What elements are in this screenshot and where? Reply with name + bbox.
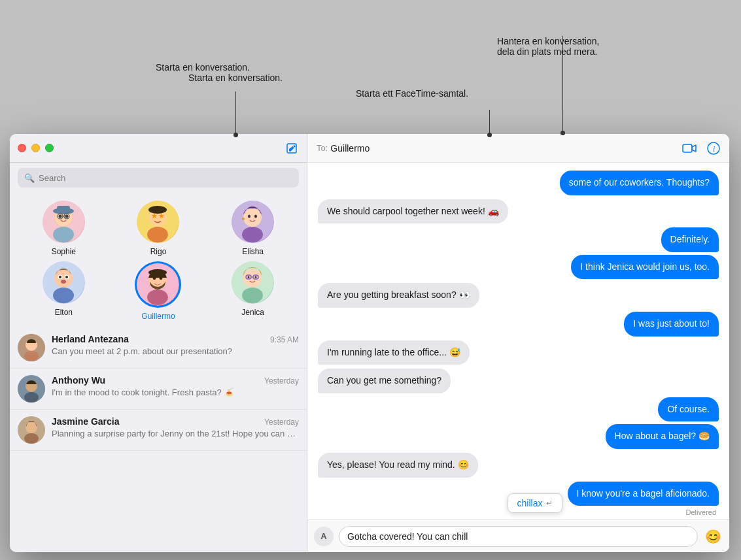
message-8: Can you get me something? — [318, 369, 719, 393]
traffic-lights — [18, 144, 54, 152]
bubble-10: How about a bagel? 🥯 — [606, 424, 719, 449]
svg-rect-55 — [683, 144, 692, 152]
svg-point-21 — [254, 215, 257, 218]
avatar-herland — [18, 334, 45, 361]
contact-pin-elisha[interactable]: Elisha — [224, 201, 283, 256]
contact-pin-guillermo[interactable]: Guillermo — [129, 261, 188, 321]
svg-point-28 — [59, 276, 61, 278]
contact-pin-rigo[interactable]: ★ ★ Rigo — [129, 201, 188, 256]
conv-preview-jasmine: Planning a surprise party for Jenny on t… — [52, 428, 299, 440]
bubble-9: Of course. — [658, 397, 719, 422]
svg-point-19 — [243, 208, 262, 227]
conversation-item-anthony[interactable]: Anthony Wu Yesterday I'm in the mood to … — [10, 369, 307, 410]
search-input[interactable] — [39, 173, 292, 183]
bubble-6: I was just about to! — [624, 312, 719, 337]
svg-point-6 — [58, 215, 61, 218]
avatar-guillermo — [137, 263, 179, 306]
conv-time-anthony: Yesterday — [264, 376, 299, 386]
contact-pin-elisha-name: Elisha — [242, 247, 264, 256]
message-3: Definitely. — [318, 227, 719, 252]
svg-point-11 — [53, 227, 74, 242]
titlebar — [10, 134, 307, 163]
emoji-button[interactable]: 😊 — [703, 527, 723, 546]
svg-point-7 — [65, 215, 68, 218]
svg-point-31 — [53, 288, 74, 303]
bubble-5: Are you getting breakfast soon? 👀 — [318, 283, 479, 308]
facetime-button[interactable] — [682, 143, 697, 154]
conversation-item-jasmine[interactable]: Jasmine Garcia Yesterday Planning a surp… — [10, 410, 307, 451]
contact-pin-guillermo-name: Guillermo — [141, 312, 175, 321]
message-10: How about a bagel? 🥯 — [318, 424, 719, 449]
svg-point-54 — [24, 433, 39, 444]
conv-time-herland: 9:35 AM — [270, 335, 299, 344]
conversation-list: Herland Antezana 9:35 AM Can you meet at… — [10, 327, 307, 552]
annotation-compose: Starta en konversation. — [183, 72, 288, 85]
sidebar: 🔍 — [10, 134, 307, 552]
conv-name-anthony: Anthony Wu — [52, 375, 105, 386]
info-button[interactable]: i — [707, 142, 720, 155]
svg-rect-5 — [57, 206, 70, 212]
contact-pin-jenica[interactable]: Jenica — [224, 261, 283, 321]
avatar-sophie — [43, 201, 85, 243]
contact-pin-jenica-name: Jenica — [241, 308, 264, 317]
search-icon: 🔍 — [24, 173, 35, 183]
svg-point-44 — [255, 276, 257, 278]
conv-name-jasmine: Jasmine Garcia — [52, 416, 120, 427]
message-2: We should carpool together next week! 🚗 — [318, 199, 719, 224]
conv-preview-herland: Can you meet at 2 p.m. about our present… — [52, 346, 299, 357]
conversation-item-herland[interactable]: Herland Antezana 9:35 AM Can you meet at… — [10, 327, 307, 369]
svg-point-22 — [242, 218, 245, 220]
svg-point-48 — [24, 351, 39, 361]
avatar-rigo: ★ ★ — [137, 201, 179, 243]
contact-pin-elton-name: Elton — [55, 308, 73, 317]
search-bar[interactable]: 🔍 — [18, 168, 299, 188]
message-11: Yes, please! You read my mind. 😊 — [318, 453, 719, 478]
delivered-label: Delivered — [686, 508, 719, 516]
input-bar: A chillax ↵ 😊 — [307, 519, 729, 552]
annotation-facetime-line — [489, 110, 490, 134]
conv-name-herland: Herland Antezana — [52, 334, 129, 344]
autocorrect-suggestion: chillax — [517, 498, 543, 508]
annotation-manage-dot — [560, 131, 565, 135]
messages-area: some of our coworkers. Thoughts? We shou… — [307, 163, 729, 519]
avatar-jenica — [232, 261, 274, 304]
avatar-elisha — [232, 201, 274, 243]
svg-text:i: i — [713, 144, 715, 154]
pinned-contacts-row2: Elton — [10, 261, 307, 327]
annotation-manage-line — [562, 36, 563, 133]
message-input[interactable] — [339, 526, 698, 547]
autocorrect-popup[interactable]: chillax ↵ — [508, 493, 563, 513]
chat-panel: To: Guillermo i — [307, 134, 729, 552]
contact-pin-sophie-name: Sophie — [52, 247, 76, 256]
conv-preview-anthony: I'm in the mood to cook tonight. Fresh p… — [52, 387, 299, 399]
bubble-4: I think Jenica would join us, too. — [571, 255, 719, 280]
annotation-compose-line — [235, 91, 236, 134]
svg-point-53 — [26, 421, 37, 433]
annotation-compose-text: Starta en konversation. — [144, 62, 262, 73]
compose-button[interactable] — [284, 141, 299, 156]
minimize-button[interactable] — [31, 144, 40, 152]
svg-point-36 — [160, 277, 163, 280]
close-button[interactable] — [18, 144, 26, 152]
svg-point-30 — [61, 280, 66, 284]
annotation-facetime-text: Starta ett FaceTime-samtal. — [347, 88, 477, 99]
contact-pin-sophie[interactable]: Sophie — [34, 201, 93, 256]
message-1: some of our coworkers. Thoughts? — [318, 171, 719, 195]
app-store-button[interactable]: A — [314, 527, 334, 546]
contact-pin-elton[interactable]: Elton — [34, 261, 93, 321]
conv-content-jasmine: Jasmine Garcia Yesterday Planning a surp… — [52, 416, 299, 440]
svg-point-34 — [148, 269, 167, 276]
chat-header-actions: i — [682, 142, 720, 155]
message-6: I was just about to! — [318, 312, 719, 337]
annotation-manage-text: Hantera en konversation,dela din plats m… — [497, 36, 641, 57]
conv-content-anthony: Anthony Wu Yesterday I'm in the mood to … — [52, 375, 299, 399]
pinned-contacts-row1: Sophie ★ ★ — [10, 193, 307, 261]
main-window: 🔍 — [10, 134, 729, 552]
svg-point-16 — [148, 206, 167, 214]
chat-header: To: Guillermo i — [307, 134, 729, 163]
bubble-1: some of our coworkers. Thoughts? — [560, 171, 719, 195]
maximize-button[interactable] — [45, 144, 54, 152]
message-9: Of course. — [318, 397, 719, 422]
bubble-11: Yes, please! You read my mind. 😊 — [318, 453, 478, 478]
conv-time-jasmine: Yesterday — [264, 418, 299, 427]
